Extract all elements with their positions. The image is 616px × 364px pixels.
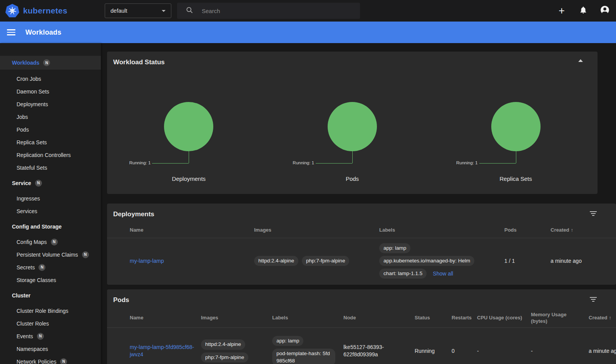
pie-callout-line <box>479 163 516 164</box>
filter-icon[interactable] <box>588 210 598 217</box>
image-chip: httpd:2.4-alpine <box>201 339 245 349</box>
new-badge: N <box>43 59 50 66</box>
chart-title: Pods <box>271 175 434 182</box>
sidebar-item-replica-sets[interactable]: Replica Sets <box>0 136 101 149</box>
kubernetes-helm-icon <box>5 4 19 18</box>
replica-sets-pie-chart: Running: 1 Replica Sets <box>434 52 598 194</box>
sidebar-item-cron-jobs[interactable]: Cron Jobs <box>0 72 101 85</box>
sidebar-item-persistent-volume-claims[interactable]: Persistent Volume Claims N <box>0 248 101 261</box>
new-badge: N <box>37 333 44 340</box>
sort-ascending-icon: ↑ <box>571 227 573 233</box>
sidebar-item-config-maps[interactable]: Config Maps N <box>0 235 101 248</box>
sidebar-item-workloads[interactable]: Workloads N <box>0 56 101 70</box>
sidebar-item-config-and-storage[interactable]: Config and Storage <box>0 220 101 233</box>
chart-title: Replica Sets <box>434 175 598 182</box>
create-resource-button[interactable]: + <box>557 6 567 16</box>
pie-segment-label: Running: 1 <box>456 160 478 165</box>
menu-icon[interactable] <box>7 29 15 35</box>
new-badge: N <box>82 251 89 258</box>
deployment-name-link[interactable]: my-lamp-lamp <box>130 258 164 264</box>
column-header-created[interactable]: Created↑ <box>551 227 616 234</box>
pods-card: Pods Name Images Labels Node Status Rest… <box>107 289 616 364</box>
sidebar-item-namespaces[interactable]: Namespaces <box>0 342 101 355</box>
pods-table-header: Name Images Labels Node Status Restarts … <box>107 309 616 328</box>
pie-callout-line <box>152 163 189 164</box>
column-header-name[interactable]: Name <box>130 315 201 321</box>
sidebar-item-daemon-sets[interactable]: Daemon Sets <box>0 85 101 98</box>
bell-icon <box>579 6 588 16</box>
sidebar-item-deployments[interactable]: Deployments <box>0 98 101 110</box>
sidebar-item-cluster-role-bindings[interactable]: Cluster Role Bindings <box>0 304 101 317</box>
column-header-status[interactable]: Status <box>415 315 452 321</box>
sidebar-item-jobs[interactable]: Jobs <box>0 110 101 123</box>
sidebar-item-events[interactable]: Events N <box>0 330 101 342</box>
sidebar-item-network-policies[interactable]: Network Policies N <box>0 355 101 364</box>
deployments-title: Deployments <box>107 204 616 223</box>
sidebar-item-secrets[interactable]: Secrets N <box>0 261 101 274</box>
sidebar-nav: Workloads N Cron Jobs Daemon Sets Deploy… <box>0 43 101 364</box>
column-header-name[interactable]: Name <box>130 227 254 234</box>
kubernetes-home-link[interactable]: kubernetes <box>0 4 96 18</box>
sidebar-item-cluster[interactable]: Cluster <box>0 289 101 302</box>
search-bar[interactable] <box>177 3 360 19</box>
new-badge: N <box>51 239 58 245</box>
label-chip: pod-template-hash: 5fd985cf68 <box>272 349 335 364</box>
label-chip: app: lamp <box>272 336 303 346</box>
sidebar-item-ingresses[interactable]: Ingresses <box>0 192 101 205</box>
column-header-pods[interactable]: Pods <box>504 227 551 234</box>
column-header-node[interactable]: Node <box>343 315 415 321</box>
show-all-labels-link[interactable]: Show all <box>433 270 453 277</box>
topbar-actions: + <box>557 0 610 22</box>
page-toolbar: Workloads <box>0 22 616 43</box>
workload-status-card: Workload Status Running: 1 Deployments R… <box>107 52 598 194</box>
cpu-usage-value: - <box>477 347 531 355</box>
sidebar-item-cluster-roles[interactable]: Cluster Roles <box>0 317 101 330</box>
sidebar-item-stateful-sets[interactable]: Stateful Sets <box>0 161 101 174</box>
column-header-images[interactable]: Images <box>201 315 272 321</box>
pie-callout-line <box>189 151 189 163</box>
sidebar-item-replication-controllers[interactable]: Replication Controllers <box>0 149 101 161</box>
plus-icon: + <box>559 7 565 15</box>
pie-running-segment <box>491 102 541 151</box>
node-name: lke55127-86393-622f8d09399a <box>343 344 415 358</box>
namespace-selected-value: default <box>110 8 127 14</box>
chart-title: Deployments <box>107 175 271 182</box>
main-content: Workload Status Running: 1 Deployments R… <box>101 43 616 364</box>
search-input[interactable] <box>202 8 329 14</box>
workload-status-charts: Running: 1 Deployments Running: 1 Pods R… <box>107 52 598 194</box>
chevron-down-icon <box>162 10 166 12</box>
restarts-count: 0 <box>452 347 477 355</box>
column-header-created[interactable]: Created↑ <box>580 315 616 321</box>
sort-ascending-icon: ↑ <box>609 315 611 321</box>
pie-segment-label: Running: 1 <box>129 160 151 165</box>
column-header-restarts[interactable]: Restarts <box>452 315 477 321</box>
notifications-button[interactable] <box>578 6 588 16</box>
deployments-table-header: Name Images Labels Pods Created↑ <box>107 223 616 238</box>
sidebar-item-services[interactable]: Services <box>0 205 101 217</box>
pie-running-segment <box>164 102 213 151</box>
sidebar-item-service[interactable]: Service N <box>0 177 101 189</box>
new-badge: N <box>38 264 45 271</box>
label-chip: chart: lamp-1.1.5 <box>379 269 427 279</box>
pod-name-link[interactable]: my-lamp-lamp-5fd985cf68-jwvz4 <box>130 344 194 357</box>
column-header-images[interactable]: Images <box>254 227 379 234</box>
image-chip: httpd:2.4-alpine <box>254 256 298 266</box>
pie-running-segment <box>328 102 377 151</box>
account-button[interactable] <box>600 6 610 16</box>
created-timestamp: a minute ago <box>589 348 616 355</box>
namespace-selector[interactable]: default <box>105 3 171 18</box>
column-header-memory-usage[interactable]: Memory Usage (bytes) <box>531 312 580 325</box>
column-header-labels[interactable]: Labels <box>272 315 343 321</box>
pods-title: Pods <box>107 289 616 309</box>
sidebar-item-storage-classes[interactable]: Storage Classes <box>0 274 101 286</box>
filter-icon[interactable] <box>588 296 598 303</box>
column-header-labels[interactable]: Labels <box>379 227 504 234</box>
memory-usage-value: - <box>531 347 580 355</box>
top-app-bar: kubernetes default + <box>0 0 616 22</box>
pie-callout-line <box>516 151 516 163</box>
column-header-cpu-usage[interactable]: CPU Usage (cores) <box>477 315 531 321</box>
page-title: Workloads <box>25 28 62 37</box>
label-chip: app.kubernetes.io/managed-by: Helm <box>379 256 474 266</box>
sidebar-item-pods[interactable]: Pods <box>0 123 101 136</box>
new-badge: N <box>35 180 42 187</box>
